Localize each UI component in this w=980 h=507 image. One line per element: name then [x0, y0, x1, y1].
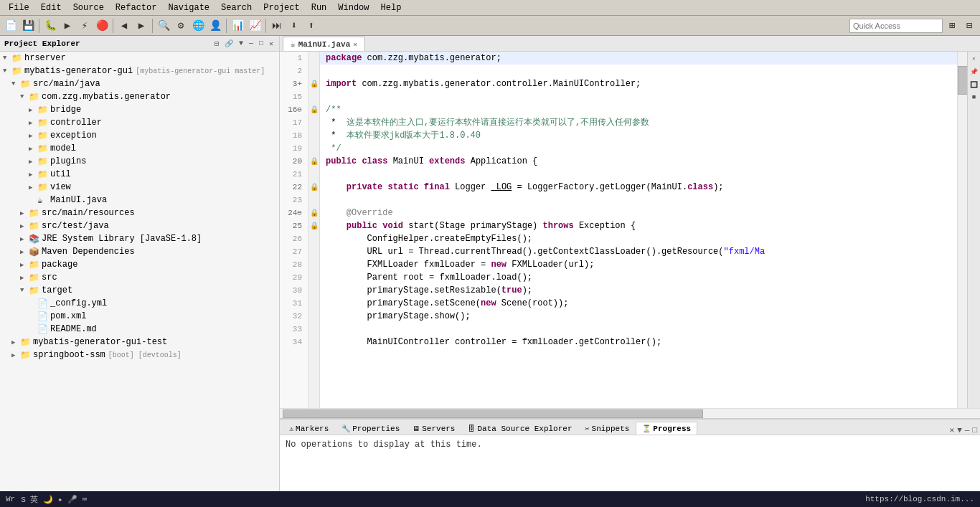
- tree-file-icon: 📁: [37, 169, 49, 180]
- gutter-row: [308, 116, 319, 129]
- bottom-tab-markers[interactable]: ⚠Markers: [283, 422, 335, 435]
- rt-btn-3[interactable]: 🔲: [969, 79, 980, 90]
- tree-item[interactable]: 📄_config.yml: [0, 297, 279, 310]
- tree-item[interactable]: ▶📁src/main/resources: [0, 207, 279, 219]
- bottom-tab-snippets[interactable]: ✂Snippets: [579, 422, 636, 435]
- toolbar-btn-extra2[interactable]: 📈: [247, 18, 263, 34]
- toolbar: 📄 💾 🐛 ▶ ⚡ 🔴 ◀ ▶ 🔍 ⚙ 🌐 👤 📊 📈 ⏭ ⬇ ⬆ ⊞ ⊟: [0, 16, 980, 36]
- new-btn[interactable]: 📄: [3, 18, 19, 34]
- rt-btn-1[interactable]: ⚡: [969, 53, 980, 65]
- bottom-tab-progress[interactable]: ⏳Progress: [636, 422, 697, 435]
- tree-badge: [boot] [devtools]: [108, 351, 182, 359]
- quick-access-input[interactable]: [849, 19, 943, 33]
- run-btn[interactable]: ▶: [60, 18, 75, 34]
- tree-arrow-icon: ▶: [29, 171, 37, 179]
- code-line: [320, 90, 957, 103]
- user-icon[interactable]: 👤: [207, 18, 223, 34]
- tree-label: src: [42, 273, 57, 283]
- bottom-tab-servers[interactable]: 🖥Servers: [406, 422, 461, 435]
- search-btn[interactable]: 🔍: [156, 18, 171, 34]
- tree-item[interactable]: ▼📁com.zzg.mybatis.generator: [0, 90, 279, 103]
- h-scrollbar-thumb[interactable]: [283, 409, 703, 418]
- tree-item[interactable]: ▶📁springboot-ssm[boot] [devtools]: [0, 349, 279, 361]
- menu-project[interactable]: Project: [258, 1, 305, 14]
- gutter-row: [308, 129, 319, 142]
- status-url: https://blog.csdn.im...: [865, 495, 974, 503]
- bottom-tab-properties[interactable]: 🔧Properties: [335, 422, 406, 435]
- vertical-scrollbar[interactable]: [957, 52, 967, 408]
- menu-refactor[interactable]: Refactor: [110, 1, 163, 14]
- tree-item[interactable]: ☕MainUI.java: [0, 194, 279, 207]
- menu-navigate[interactable]: Navigate: [162, 1, 215, 14]
- line-number: 33: [280, 323, 308, 336]
- tree-item[interactable]: 📄pom.xml: [0, 310, 279, 323]
- tree-item[interactable]: ▶📁package: [0, 258, 279, 271]
- collapse-all-icon[interactable]: ⊟: [213, 39, 220, 49]
- run2-btn[interactable]: ⚡: [77, 18, 93, 34]
- tree-item[interactable]: ▶📦Maven Dependencies: [0, 245, 279, 258]
- menu-help[interactable]: Help: [375, 1, 407, 14]
- tree-item[interactable]: ▼📁src/main/java: [0, 77, 279, 90]
- tree-item[interactable]: ▶📁src/test/java: [0, 219, 279, 232]
- menu-search[interactable]: Search: [215, 1, 258, 14]
- globe-icon[interactable]: 🌐: [190, 18, 206, 34]
- gutter-row: [308, 194, 319, 207]
- tab-mainui[interactable]: ☕ MainUI.java ✕: [283, 37, 365, 51]
- gear-icon[interactable]: ⚙: [173, 18, 189, 34]
- menu-window[interactable]: Window: [332, 1, 374, 14]
- horizontal-scrollbar[interactable]: [280, 408, 980, 418]
- tree-item[interactable]: ▼📁mybatis-generator-gui[mybatis-generato…: [0, 65, 279, 77]
- rt-btn-4[interactable]: ■: [969, 92, 980, 103]
- toolbar-btn-extra1[interactable]: 📊: [230, 18, 245, 34]
- tree-item[interactable]: ▶📁controller: [0, 116, 279, 129]
- tree-item[interactable]: ▶📁plugins: [0, 155, 279, 168]
- tree-label: package: [42, 260, 77, 270]
- menu-source[interactable]: Source: [67, 1, 110, 14]
- step-ret-icon[interactable]: ⬆: [303, 18, 319, 34]
- bottom-tab-data-source-explorer[interactable]: 🗄Data Source Explorer: [461, 422, 578, 435]
- tree-item[interactable]: ▶📁bridge: [0, 103, 279, 116]
- tree-item[interactable]: ▶📁util: [0, 168, 279, 181]
- menu-file[interactable]: File: [3, 1, 35, 14]
- run3-btn[interactable]: 🔴: [94, 18, 110, 34]
- menu-edit[interactable]: Edit: [35, 1, 67, 14]
- bp-down-icon[interactable]: ▼: [957, 426, 962, 435]
- tree-file-icon: 📁: [37, 105, 49, 115]
- tree-item[interactable]: ▶📁exception: [0, 129, 279, 142]
- status-right: https://blog.csdn.im...: [865, 495, 974, 503]
- tree-file-icon: 📁: [20, 337, 32, 348]
- tree-item[interactable]: 📄README.md: [0, 323, 279, 336]
- toolbar-perspective-btn[interactable]: ⊞: [944, 18, 960, 34]
- tab-close-icon[interactable]: ✕: [353, 40, 357, 49]
- tree-item[interactable]: ▼📁hrserver: [0, 52, 279, 65]
- gutter-row: 🔒: [308, 77, 319, 90]
- code-editor[interactable]: 123+1516⊖1718192021222324⊖25262728293031…: [280, 52, 957, 408]
- sidebar-menu-icon[interactable]: ▼: [237, 39, 245, 49]
- tree-item[interactable]: ▶📁mybatis-generator-gui-test: [0, 336, 279, 349]
- step-into-icon[interactable]: ⬇: [286, 18, 302, 34]
- maximize-icon[interactable]: □: [258, 39, 265, 49]
- link-editor-icon[interactable]: 🔗: [223, 39, 235, 49]
- menu-run[interactable]: Run: [306, 1, 333, 14]
- no-ops-message: No operations to display at this time.: [286, 440, 482, 450]
- bp-max-icon[interactable]: —: [965, 426, 970, 435]
- toolbar-open-perspective-btn[interactable]: ⊟: [961, 18, 977, 34]
- debug-btn[interactable]: 🐛: [42, 18, 58, 34]
- tree-item[interactable]: ▼📁target: [0, 284, 279, 297]
- tree-item[interactable]: ▶📁view: [0, 181, 279, 194]
- code-line: primaryStage.setResizable(true);: [320, 284, 957, 297]
- bp-close-icon[interactable]: □: [972, 426, 977, 435]
- tree-item[interactable]: ▶📁model: [0, 142, 279, 155]
- minimize-icon[interactable]: —: [248, 39, 255, 49]
- forward-btn[interactable]: ▶: [133, 18, 149, 34]
- back-btn[interactable]: ◀: [116, 18, 132, 34]
- tree-item[interactable]: ▶📚JRE System Library [JavaSE-1.8]: [0, 232, 279, 245]
- rt-btn-2[interactable]: 📌: [969, 66, 980, 77]
- bottom-tab-label: Servers: [422, 425, 455, 433]
- bp-minimize-icon[interactable]: ✕: [950, 425, 955, 435]
- step-over-icon[interactable]: ⏭: [269, 18, 285, 34]
- save-btn[interactable]: 💾: [20, 18, 36, 34]
- close-icon[interactable]: ✕: [268, 39, 275, 49]
- tree-item[interactable]: ▶📁src: [0, 271, 279, 284]
- scrollbar-thumb[interactable]: [958, 66, 968, 95]
